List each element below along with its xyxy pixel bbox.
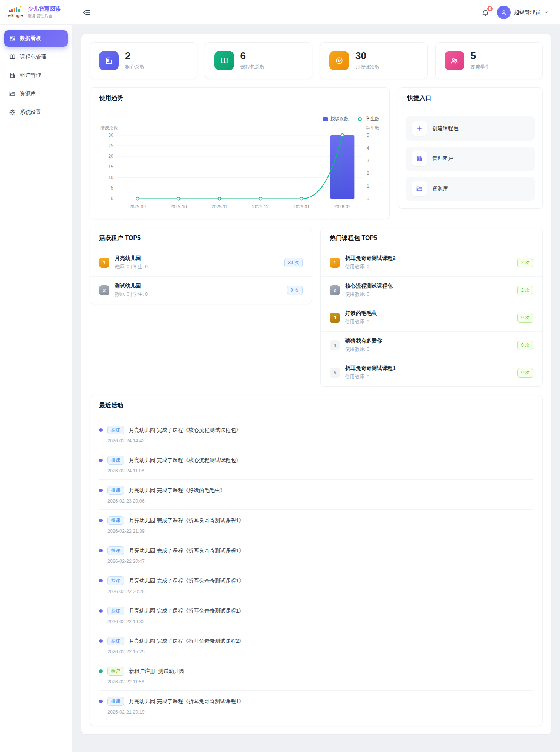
folder-icon [412, 181, 427, 196]
tenant-name: 月亮幼儿园 [115, 255, 279, 262]
activity-time: 2026-02-23 20:06 [107, 498, 533, 504]
quick-entry-label: 创建课程包 [432, 125, 459, 132]
usage-count-badge: 0 次 [517, 341, 533, 350]
activity-row: 授课 月亮幼儿园 完成了课程《折耳兔奇奇测试课程2》 2026-02-22 15… [99, 630, 533, 660]
trend-chart-svg: 0510152025300123452025-092025-102025-112… [99, 132, 380, 212]
activity-time: 2026-02-22 15:29 [107, 649, 533, 654]
book-icon [9, 53, 16, 60]
svg-text:30: 30 [108, 133, 113, 138]
stat-label: 课程包总数 [240, 64, 265, 70]
legend-label: 学生数 [366, 116, 379, 122]
left-axis-title: 授课次数 [100, 125, 118, 131]
svg-text:0: 0 [111, 196, 113, 201]
avatar [497, 6, 511, 19]
activity-row: 授课 月亮幼儿园 完成了课程《折耳兔奇奇测试课程1》 2026-02-22 20… [99, 570, 533, 600]
stat-value: 6 [240, 51, 265, 61]
usage-count-badge: 2 次 [517, 286, 533, 295]
package-name: 好饿的毛毛虫 [345, 310, 512, 317]
user-name: 超级管理员 [514, 9, 540, 16]
tenant-name: 测试幼儿园 [115, 283, 282, 289]
sidebar-item-course-packages[interactable]: 课程包管理 [4, 49, 68, 65]
stat-card-monthly-lessons: 30 月授课次数 [320, 42, 428, 79]
legend-label: 授课次数 [330, 116, 349, 122]
activity-text: 月亮幼儿园 完成了课程《好饿的毛毛虫》 [129, 487, 225, 494]
activity-dot-icon [99, 609, 103, 613]
stat-value: 5 [471, 51, 490, 61]
tenant-row: 2 测试幼儿园 教师: 0 | 学生: 0 0 次 [90, 277, 312, 304]
activity-text: 月亮幼儿园 完成了课程《折耳兔奇奇测试课程1》 [129, 517, 244, 524]
activity-dot-icon [99, 669, 103, 673]
user-menu[interactable]: 超级管理员 [497, 6, 549, 19]
activity-dot-icon [99, 519, 103, 522]
folder-icon [9, 90, 16, 97]
sidebar-item-dashboard[interactable]: 数据看板 [4, 30, 68, 47]
sidebar-item-settings[interactable]: 系统设置 [4, 104, 68, 121]
usage-count-badge: 0 次 [517, 313, 533, 323]
activity-dot-icon [99, 639, 103, 643]
activity-time: 2026-02-24 11:06 [107, 468, 533, 474]
usage-trend-chart: 授课次数 学生数 授课次数 学生数 051 [90, 109, 389, 219]
sidebar-item-resources[interactable]: 资源库 [4, 86, 68, 102]
activity-tag: 授课 [107, 546, 124, 555]
legend-item-lessons[interactable]: 授课次数 [323, 116, 349, 122]
package-meta: 使用教师: 0 [345, 319, 512, 325]
usage-count-badge: 0 次 [517, 368, 533, 378]
app-title: 少儿智慧阅读 [28, 6, 61, 12]
stat-label: 覆盖学生 [471, 64, 490, 70]
svg-text:1: 1 [367, 183, 369, 189]
svg-text:2025-12: 2025-12 [252, 204, 269, 209]
sidebar-item-tenants[interactable]: 租户管理 [4, 67, 68, 84]
activity-time: 2026-02-22 21:39 [107, 529, 533, 534]
activity-tag: 授课 [107, 637, 124, 645]
usage-count-badge: 0 次 [287, 286, 303, 295]
svg-text:5: 5 [367, 133, 369, 138]
active-tenants-card: 活跃租户 TOP5 1 月亮幼儿园 教师: 0 | 学生: 0 30 次 [90, 228, 312, 304]
notifications-button[interactable]: 5 [481, 8, 490, 17]
svg-text:2025-10: 2025-10 [170, 204, 187, 209]
activity-row: 授课 月亮幼儿园 完成了课程《折耳兔奇奇测试课程1》 2026-02-22 19… [99, 600, 533, 630]
svg-text:3: 3 [367, 158, 369, 163]
card-title: 使用趋势 [90, 88, 389, 109]
activity-tag: 授课 [107, 456, 124, 465]
logo-text: LeSingle [6, 13, 23, 18]
sidebar-collapse-button[interactable] [82, 8, 90, 17]
usage-count-badge: 30 次 [284, 258, 303, 267]
quick-entry-manage-tenants[interactable]: 管理租户 [406, 147, 535, 171]
stat-card-packages: 6 课程包总数 [205, 42, 313, 79]
quick-entry-resources[interactable]: 资源库 [406, 177, 535, 201]
package-name: 折耳兔奇奇测试课程1 [345, 365, 512, 372]
logo-mark-icon: ✦ LeSingle [5, 7, 24, 18]
plus-icon [412, 121, 427, 136]
activity-tag: 授课 [107, 426, 124, 434]
svg-text:2025-09: 2025-09 [129, 204, 146, 209]
rank-badge: 1 [330, 258, 340, 268]
svg-text:25: 25 [108, 143, 113, 148]
app-subtitle: 服务管理后台 [28, 13, 61, 19]
package-meta: 使用教师: 0 [345, 291, 512, 298]
activity-tag: 授课 [107, 607, 124, 615]
svg-text:10: 10 [108, 175, 113, 180]
users-icon [445, 51, 464, 70]
activity-text: 月亮幼儿园 完成了课程《折耳兔奇奇测试课程1》 [129, 608, 244, 614]
chart-legend: 授课次数 学生数 [99, 116, 380, 122]
activity-tag: 租户 [107, 667, 124, 676]
collapse-icon [82, 8, 90, 17]
activity-text: 月亮幼儿园 完成了课程《核心流程测试课程包》 [129, 427, 241, 434]
active-tenants-list: 1 月亮幼儿园 教师: 0 | 学生: 0 30 次 2 测 [90, 249, 312, 304]
sidebar-item-label: 系统设置 [20, 109, 41, 116]
app-window: ✦ LeSingle 少儿智慧阅读 服务管理后台 数据看板 课程包管理 租户管理 [0, 0, 560, 752]
svg-text:20: 20 [108, 154, 113, 159]
bar-swatch-icon [323, 117, 328, 121]
activity-row: 授课 月亮幼儿园 完成了课程《折耳兔奇奇测试课程1》 2026-02-22 20… [99, 540, 533, 570]
activity-time: 2026-02-22 20:25 [107, 589, 533, 594]
person-icon [500, 9, 507, 16]
rank-badge: 2 [99, 285, 109, 295]
activity-row: 授课 月亮幼儿园 完成了课程《核心流程测试课程包》 2026-02-24 11:… [99, 449, 533, 480]
activity-tag: 授课 [107, 697, 124, 706]
legend-item-students[interactable]: 学生数 [356, 116, 379, 122]
package-name: 核心流程测试课程包 [345, 283, 512, 289]
quick-entry-create-package[interactable]: 创建课程包 [406, 116, 535, 141]
quick-entry-label: 管理租户 [432, 155, 453, 162]
svg-text:2025-11: 2025-11 [211, 204, 228, 209]
activity-text: 月亮幼儿园 完成了课程《折耳兔奇奇测试课程1》 [129, 698, 244, 705]
